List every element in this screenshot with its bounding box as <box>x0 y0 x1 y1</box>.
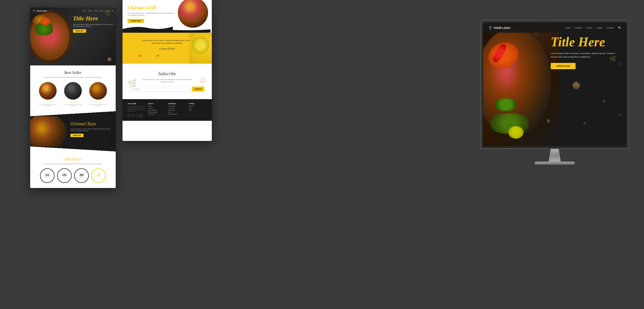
left-hero-text: Lorem ipsum dolor sit amet, consectetur … <box>73 24 113 27</box>
statistics-section: Statistics Lorem ipsum dolor sit amet, c… <box>30 151 116 188</box>
left-order-button[interactable]: ORDER NOW <box>73 29 86 33</box>
footer-title-3: SERVICES <box>169 103 186 104</box>
subscribe-button[interactable]: SUBSCRIBE <box>192 87 204 92</box>
deco-icon-2: ✦ <box>112 23 114 25</box>
bestseller-text: Lorem ipsum dolor sit amet, consectetur … <box>34 76 112 78</box>
product-image-3 <box>89 82 107 100</box>
product-text-2: Lorem ipsum dolor sit amet, consectetur … <box>62 104 84 106</box>
mon-nav: 🍴 YOUR LOGO Home Product Promo About Con… <box>483 23 626 33</box>
product-image-1 <box>39 82 57 100</box>
product-text-3: Lorem ipsum dolor sit amet, consectetur … <box>88 104 109 106</box>
oriental-title: Oriental Taste <box>70 121 112 127</box>
left-hero-content: Title Here Lorem ipsum dolor sit amet, c… <box>73 15 113 33</box>
footer-link-other-privacy[interactable]: Privacy <box>189 110 207 111</box>
instagram-icon[interactable]: i <box>132 114 135 117</box>
monitor-inner: 🍴 YOUR LOGO Home Product Promo About Con… <box>483 23 626 146</box>
deco-circle-1 <box>535 33 538 36</box>
footer-text-1: Lorem ipsum dolor sit amet, consectetur … <box>128 106 145 112</box>
brush-stroke-2 <box>123 29 211 33</box>
deco-circle-3 <box>619 113 621 116</box>
stat-chef-number: 100 <box>62 174 67 176</box>
sub-deco-right: 🧅 <box>199 76 207 84</box>
deco-tomato-icon: 🍅 <box>138 54 141 57</box>
left-hero-section: 🍴 YOUR LOGO Home Product Promo About Con… <box>30 8 116 65</box>
mid-food-image <box>178 0 208 28</box>
nav-promo[interactable]: Promo <box>586 27 592 29</box>
stat-country: 30 COUNTRY <box>91 168 106 183</box>
twitter-icon[interactable]: t <box>136 114 139 117</box>
nav-home[interactable]: Home <box>565 27 570 29</box>
footer-col-1: TITLE HERE Lorem ipsum dolor sit amet, c… <box>128 103 145 117</box>
mon-order-button[interactable]: ORDER NOW <box>551 63 576 69</box>
product-list: Title Here Lorem ipsum dolor sit amet, c… <box>34 82 112 106</box>
brush-transition <box>30 111 116 116</box>
footer-link-payment[interactable]: Payment Method <box>169 114 186 115</box>
mon-deco-icon-1: ✦ <box>602 43 606 49</box>
footer-link-how-order[interactable]: How to Order <box>169 106 186 107</box>
oriental-food-image <box>30 116 67 146</box>
nav-contact[interactable]: Contact <box>607 27 614 29</box>
oriental-order-button[interactable]: ORDER NOW <box>70 134 84 137</box>
stat-menu-label: MENU <box>80 176 83 178</box>
left-website-mockup: 🍴 YOUR LOGO Home Product Promo About Con… <box>30 8 116 188</box>
stat-menu-number: 300 <box>79 174 84 176</box>
left-logo: 🍴 YOUR LOGO <box>33 10 47 12</box>
brush-transition-2 <box>30 146 116 151</box>
footer-title-2: ABOUT <box>148 103 166 104</box>
footer-link-history[interactable]: History <box>148 106 166 107</box>
product-title-2: Title Here <box>62 101 84 103</box>
google-icon[interactable]: g <box>140 114 143 117</box>
subscribe-title: Subscribe <box>130 71 204 76</box>
deco-onion-icon: 🧅 <box>174 54 178 57</box>
product-item-2: Title Here Lorem ipsum dolor sit amet, c… <box>62 82 84 106</box>
monitor-stand <box>545 149 565 162</box>
statistics-text: Lorem ipsum dolor sit amet, consectetur … <box>34 163 112 165</box>
mid-footer: TITLE HERE Lorem ipsum dolor sit amet, c… <box>123 99 212 121</box>
deco-circle-2 <box>619 63 621 66</box>
footer-link-order-status[interactable]: Order Status <box>169 110 186 111</box>
stat-chef-label: CHEF <box>63 176 66 178</box>
footer-link-help[interactable]: Help <box>189 108 207 109</box>
subscribe-text: Lorem ipsum dolor sit amet, consectetur … <box>140 79 195 83</box>
footer-title-1: TITLE HERE <box>128 103 145 104</box>
footer-link-privacy[interactable]: Privacy Policy <box>148 114 166 115</box>
footer-link-brand[interactable]: Brand Guidelines <box>148 110 166 111</box>
deco-icon-1: 🧅 <box>107 57 112 62</box>
facebook-icon[interactable]: f <box>128 114 131 117</box>
fork-icon: 🍴 <box>488 26 492 30</box>
mon-hero-content: Title Here Lorem ipsum dolor sit amet, c… <box>551 35 621 69</box>
stat-country-number: 30 <box>97 174 100 176</box>
search-icon[interactable]: 🔍 <box>618 26 621 29</box>
footer-title-4: OTHER <box>189 103 207 104</box>
product-text-1: Lorem ipsum dolor sit amet, consectetur … <box>37 104 59 106</box>
statistics-circles: 123 OUTLETS 100 CHEF 300 MENU 30 COUNTRY <box>34 168 112 183</box>
email-input[interactable] <box>130 87 192 92</box>
footer-link-promo[interactable]: Promo <box>169 112 186 113</box>
middle-website-mockup: Chicken Grill Lorem ipsum dolor sit amet… <box>123 0 212 141</box>
mid-order-button[interactable]: ORDER NOW <box>128 19 144 23</box>
mon-deco-icon-2: 🌿 <box>609 56 616 62</box>
footer-link-our-product[interactable]: Our Product <box>169 108 186 109</box>
nav-product[interactable]: Product <box>575 27 582 29</box>
mid-hero-section: Chicken Grill Lorem ipsum dolor sit amet… <box>123 0 212 33</box>
footer-link-terms[interactable]: Terms & Condition <box>148 112 166 113</box>
product-title-3: Title Here <box>88 101 109 103</box>
social-icons: f i t g <box>128 114 145 117</box>
footer-link-team[interactable]: Our Team <box>148 108 166 109</box>
product-image-2 <box>64 82 82 100</box>
nav-about[interactable]: About <box>597 27 602 29</box>
footer-col-4: OTHER Contact Us Help Privacy <box>189 103 207 117</box>
mon-deco-icon-5: 🫑 <box>546 119 551 123</box>
left-bestseller-section: Best Seller Lorem ipsum dolor sit amet, … <box>30 65 116 111</box>
testimonial-text: Lorem ipsum dolor sit amet, consectetur … <box>140 39 195 45</box>
footer-link-contact[interactable]: Contact Us <box>189 106 207 107</box>
statistics-title: Statistics <box>34 157 112 162</box>
product-item-3: Title Here Lorem ipsum dolor sit amet, c… <box>88 82 109 106</box>
mon-deco-icon-4: ✦ <box>602 98 606 104</box>
oriental-text: Lorem ipsum dolor sit amet, consectetur … <box>70 128 112 132</box>
stat-country-label: COUNTRY <box>96 176 101 178</box>
monitor-website: 🍴 YOUR LOGO Home Product Promo About Con… <box>483 23 626 146</box>
mon-hero-title: Title Here <box>551 35 621 49</box>
footer-col-2: ABOUT History Our Team Brand Guidelines … <box>148 103 166 117</box>
mon-deco-icon-3: 🧅 <box>572 81 581 90</box>
